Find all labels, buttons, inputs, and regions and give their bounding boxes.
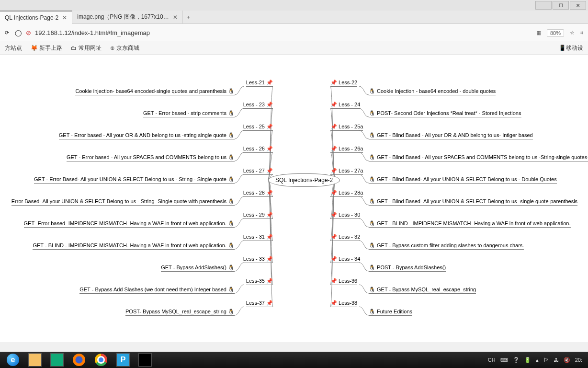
bookmark-item[interactable]: ⊕ 京东商城: [110, 44, 139, 52]
mindmap-center[interactable]: SQL Injections-Page-2: [268, 173, 340, 187]
mindmap-leaf[interactable]: GET - Bypass AddSlashes() 🐧: [161, 264, 235, 272]
pin-icon: 📌: [266, 80, 273, 85]
tux-icon: 🐧: [369, 287, 375, 292]
pin-icon: 📌: [266, 212, 273, 218]
mindmap-branch[interactable]: Less-21 📌: [246, 80, 273, 87]
pin-icon: 📌: [266, 168, 273, 173]
mindmap-branch[interactable]: Less - 23 📌: [243, 102, 273, 109]
pin-icon: 📌: [266, 234, 273, 240]
mindmap-branch[interactable]: 📌 Less - 24: [330, 102, 360, 109]
window-close[interactable]: ✕: [570, 1, 586, 10]
mindmap-branch[interactable]: Less - 27 📌: [243, 168, 273, 175]
tux-icon: 🐧: [369, 309, 375, 314]
pin-icon: 📌: [330, 212, 337, 218]
bookmark-item[interactable]: 方站点: [5, 44, 22, 52]
mindmap-branch[interactable]: Less - 26 📌: [243, 146, 273, 153]
pin-icon: 📌: [266, 102, 273, 107]
tab-title: QL Injections-Page-2: [5, 14, 58, 21]
qr-icon[interactable]: ▦: [536, 30, 541, 36]
tux-icon: 🐧: [369, 198, 375, 204]
mindmap-leaf[interactable]: Error Based- All your UNION & SELECT Bel…: [11, 198, 235, 206]
mindmap-branch[interactable]: Less - 33 📌: [243, 256, 273, 263]
mindmap-leaf[interactable]: 🐧 GET - Bypass MySQL_real_escape_string: [369, 287, 476, 294]
pin-icon: 📌: [330, 234, 337, 240]
screenshot-icon[interactable]: ⌗: [580, 30, 583, 36]
mindmap-leaf[interactable]: GET - Error based - strip comments 🐧: [143, 110, 235, 117]
url-box[interactable]: ◯ ⊘ 192.168.1.12/index-1.html#fm_imagema…: [15, 29, 150, 36]
mindmap-leaf[interactable]: 🐧 GET - Blind Based - All your SPACES an…: [369, 154, 588, 161]
mindmap-leaf[interactable]: 🐧 GET - Blind Based - All your OR & AND …: [369, 132, 533, 139]
mindmap-leaf[interactable]: GET - Bypass Add Slashes (we dont need t…: [79, 287, 235, 294]
pin-icon: 📌: [266, 124, 273, 129]
window-maximize[interactable]: ☐: [553, 1, 569, 10]
mindmap-branch[interactable]: Less - 28 📌: [243, 190, 273, 197]
mindmap-leaf[interactable]: GET - Error based - All your SPACES and …: [67, 154, 235, 161]
browser-tab-active[interactable]: QL Injections-Page-2 ✕: [0, 11, 72, 24]
tux-icon: 🐧: [369, 176, 375, 182]
bookmark-item[interactable]: 🗀 常用网址: [71, 44, 101, 52]
tux-icon: 🐧: [369, 264, 375, 270]
window-controls: — ☐ ✕: [0, 0, 588, 11]
tux-icon: 🐧: [228, 110, 235, 116]
tux-icon: 🐧: [228, 88, 235, 94]
new-tab-button[interactable]: ＋: [183, 13, 194, 21]
mindmap-leaf[interactable]: 🐧 GET - BLIND - IMPIDENCE MISMATCH- Havi…: [369, 220, 571, 228]
mindmap-leaf[interactable]: GET -Error based- IMPIDENCE MISMATCH- Ha…: [24, 220, 235, 228]
tux-icon: 🐧: [369, 132, 375, 138]
mindmap-branch[interactable]: 📌 Less-36: [330, 278, 357, 285]
mindmap-leaf[interactable]: Cookie injection- base64 encoded-single …: [75, 88, 235, 95]
tux-icon: 🐧: [369, 154, 375, 160]
reload-icon[interactable]: ⟳: [5, 30, 9, 36]
mindmap-branch[interactable]: 📌 Less - 28a: [330, 190, 363, 197]
bookmarks-bar: 方站点 🦊 新手上路 🗀 常用网址 ⊕ 京东商城 📱移动设: [0, 42, 588, 55]
close-icon[interactable]: ✕: [173, 14, 178, 21]
mindmap-leaf[interactable]: 🐧 GET - Blind Based- All your UNION & SE…: [369, 198, 577, 206]
mindmap-branch[interactable]: 📌 Less-22: [330, 80, 357, 87]
tux-icon: 🐧: [228, 287, 235, 292]
mindmap-branch[interactable]: 📌 Less - 26a: [330, 146, 363, 153]
tux-icon: 🐧: [228, 242, 235, 248]
mindmap-leaf[interactable]: 🐧 Future Editions: [369, 309, 412, 316]
bookmark-item[interactable]: 🦊 新手上路: [31, 44, 62, 52]
mindmap-leaf[interactable]: GET - Error Based- All your UNION & SELE…: [34, 176, 235, 184]
mobile-icon[interactable]: 📱移动设: [559, 44, 583, 52]
zoom-level[interactable]: 80%: [547, 29, 564, 37]
mindmap-branch[interactable]: 📌 Less - 25a: [330, 124, 363, 131]
mindmap-leaf[interactable]: 🐧 GET - Blind Based- All your UNION & SE…: [369, 176, 557, 184]
mindmap-leaf[interactable]: GET - Error based - All your OR & AND be…: [59, 132, 235, 139]
url-text: 192.168.1.12/index-1.html#fm_imagemap: [35, 29, 150, 36]
mindmap-branch[interactable]: Less - 29 📌: [243, 212, 273, 219]
pin-icon: 📌: [266, 278, 273, 284]
mindmap-branch[interactable]: Less - 25 📌: [243, 124, 273, 131]
mindmap-leaf[interactable]: POST- Bypass MySQL_real_escape_string 🐧: [125, 309, 235, 316]
mindmap-leaf[interactable]: 🐧 POST- Second Oder Injections *Real tre…: [369, 110, 521, 117]
mindmap-leaf[interactable]: 🐧 POST - Bypass AddSlashes(): [369, 264, 446, 272]
tux-icon: 🐧: [369, 88, 375, 94]
mindmap-branch[interactable]: 📌 Less - 30: [330, 212, 360, 219]
lock-icon: ⊘: [26, 29, 31, 36]
mindmap-branch[interactable]: 📌 Less - 27a: [330, 168, 363, 175]
mindmap-branch[interactable]: Less-35 📌: [246, 278, 273, 285]
window-minimize[interactable]: —: [535, 1, 552, 10]
mindmap-leaf[interactable]: 🐧 GET - Bypass custom filter adding slas…: [369, 242, 524, 250]
mindmap-branch[interactable]: 📌 Less-38: [330, 300, 357, 307]
close-icon[interactable]: ✕: [62, 14, 67, 21]
mindmap-branch[interactable]: 📌 Less - 34: [330, 256, 360, 263]
mindmap-leaf[interactable]: 🐧 Cookie Injection - base64 encoded - do…: [369, 88, 496, 95]
tux-icon: 🐧: [228, 198, 235, 204]
tab-strip: QL Injections-Page-2 ✕ image.png（PNG 图像，…: [0, 11, 588, 24]
mindmap-branch[interactable]: 📌 Less - 32: [330, 234, 360, 241]
pin-icon: 📌: [330, 124, 337, 129]
bookmark-star-icon[interactable]: ☆: [570, 30, 575, 36]
tux-icon: 🐧: [228, 176, 235, 182]
pin-icon: 📌: [330, 102, 337, 107]
pin-icon: 📌: [330, 190, 337, 196]
pin-icon: 📌: [266, 190, 273, 196]
mindmap-canvas: SQL Injections-Page-2 Less-21 📌Cookie in…: [0, 55, 588, 342]
pin-icon: 📌: [330, 278, 337, 284]
mindmap-branch[interactable]: Less - 31 📌: [243, 234, 273, 241]
browser-tab[interactable]: image.png（PNG 图像，1677x10… ✕: [72, 11, 182, 24]
mindmap-leaf[interactable]: GET - BLIND - IMPIDENCE MISMATCH- Having…: [33, 242, 235, 250]
pin-icon: 📌: [330, 256, 337, 262]
mindmap-branch[interactable]: Less-37 📌: [246, 300, 273, 307]
